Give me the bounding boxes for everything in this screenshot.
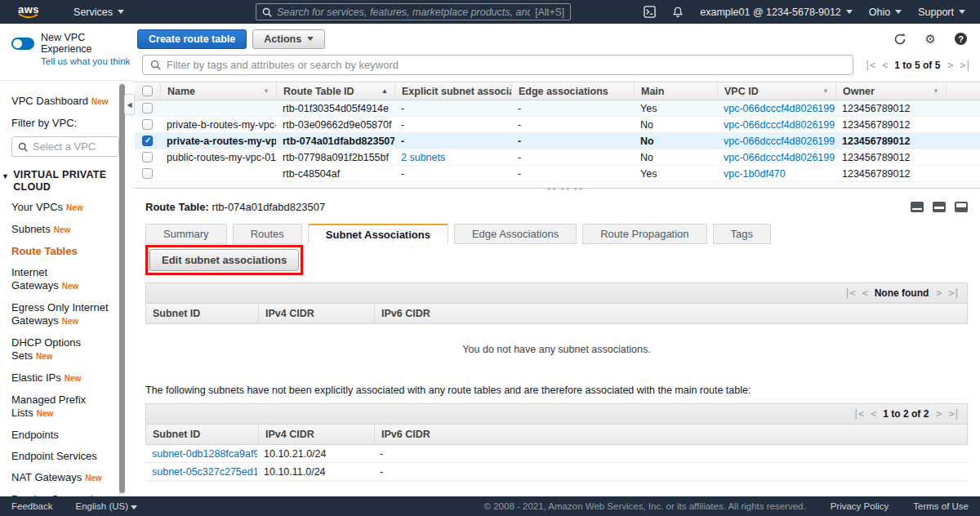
sidebar-collapse-button[interactable]: ◀ (124, 94, 135, 115)
terms-of-use-link[interactable]: Terms of Use (913, 501, 969, 511)
vpc-id-link[interactable]: vpc-066dcccf4d8026199 | ... (724, 119, 835, 131)
row-checkbox[interactable] (142, 119, 153, 130)
next-page-button[interactable]: > (936, 287, 941, 299)
sidebar-section-virtual-private-cloud[interactable]: ▼VIRTUAL PRIVATE CLOUD (11, 162, 114, 197)
first-page-button[interactable]: |< (844, 287, 854, 299)
cell-explicit-subnet-associations: - (394, 103, 511, 114)
sidebar-item-egress-only-internet-gateways[interactable]: Egress Only Internet GatewaysNew (11, 297, 114, 332)
language-selector[interactable]: English (US) (76, 501, 138, 511)
services-menu[interactable]: Services (74, 7, 124, 18)
subnet-row[interactable]: subnet-05c327c275ed1ca...10.10.11.0/24- (145, 463, 968, 481)
sidebar-item-your-vpcs[interactable]: Your VPCsNew (11, 197, 114, 219)
sidebar-item-endpoint-services[interactable]: Endpoint Services (11, 446, 114, 467)
sidebar-item-managed-prefix-lists[interactable]: Managed Prefix ListsNew (11, 389, 114, 425)
tab-route-propagation[interactable]: Route Propagation (582, 224, 706, 244)
table-row[interactable]: rtb-01f30354d05f4914e--Yesvpc-066dcccf4d… (135, 100, 980, 117)
column-header-vpc-id[interactable]: VPC ID▼ (717, 82, 835, 100)
pagination-label: 1 to 5 of 5 (894, 60, 940, 71)
column-header-name[interactable]: Name▼ (160, 82, 276, 100)
last-page-button[interactable]: >| (949, 408, 959, 420)
top-navigation-bar: aws Services Search for services, featur… (0, 0, 980, 24)
pane-resize-handle[interactable]: ●● ●● ●● (547, 185, 584, 191)
subnet-id-link[interactable]: subnet-05c327c275ed1ca... (152, 466, 257, 478)
column-header-owner[interactable]: Owner▼ (835, 82, 946, 100)
layout-split-pane-icon[interactable] (933, 202, 946, 212)
vpc-id-link[interactable]: vpc-066dcccf4d8026199 | ... (724, 152, 835, 163)
first-page-button[interactable]: |< (865, 60, 875, 71)
sidebar-item-label: Your VPCs (11, 201, 63, 213)
sidebar-item-label: Egress Only Internet Gateways (11, 301, 109, 327)
global-search-input[interactable]: Search for services, features, marketpla… (256, 3, 571, 20)
sidebar-scrollbar[interactable] (119, 82, 125, 496)
aws-logo[interactable]: aws (18, 5, 39, 20)
sidebar-item-subnets[interactable]: SubnetsNew (11, 219, 114, 241)
vpc-select-input[interactable]: Select a VPC (11, 136, 119, 157)
actions-button[interactable]: Actions (252, 29, 325, 49)
tab-routes[interactable]: Routes (233, 224, 302, 244)
create-route-table-button[interactable]: Create route table (137, 29, 247, 49)
scrollbar-thumb[interactable] (119, 84, 125, 493)
subnet-associations-table: |< < None found > >| Subnet IDIPv4 CIDRI… (145, 282, 968, 363)
row-checkbox[interactable] (142, 168, 153, 179)
vpc-id-link[interactable]: vpc-1b0df470 (724, 168, 786, 180)
prev-page-button[interactable]: < (862, 287, 866, 299)
layout-bottom-pane-icon[interactable] (911, 202, 924, 212)
layout-full-pane-icon[interactable] (955, 202, 968, 212)
column-header-explicit-subnet-associations[interactable]: Explicit subnet associations (394, 82, 511, 100)
column-header-route-table-id[interactable]: Route Table ID▲ (276, 82, 394, 100)
vpc-id-link[interactable]: vpc-066dcccf4d8026199 | ... (724, 136, 835, 147)
sidebar-item-vpc-dashboard[interactable]: VPC DashboardNew (11, 91, 114, 113)
notifications-bell-icon[interactable] (672, 6, 684, 18)
last-page-button[interactable]: >| (960, 60, 970, 71)
region-menu[interactable]: Ohio (869, 7, 902, 18)
cell-vpc-id: vpc-066dcccf4d8026199 | ... (717, 119, 835, 131)
sidebar-item-nat-gateways[interactable]: NAT GatewaysNew (11, 467, 114, 489)
content-pane: Create route table Actions ⚙ ? Filter by… (135, 24, 980, 496)
table-row[interactable]: private-a-routes-my-vpc-01rtb-074a01dfab… (135, 133, 980, 149)
last-page-button[interactable]: >| (949, 287, 959, 299)
table-row[interactable]: public-routes-my-vpc-01rtb-07798a091f2b1… (135, 149, 980, 166)
table-row[interactable]: rtb-c48504af--Yesvpc-1b0df47012345678901… (135, 166, 980, 182)
sidebar-item-internet-gateways[interactable]: Internet GatewaysNew (11, 262, 114, 297)
subnet-id-link[interactable]: subnet-0db1288fca9af96a... (152, 448, 257, 460)
feedback-link[interactable]: Feedback (11, 501, 53, 511)
sidebar-item-label: Endpoints (11, 429, 59, 441)
vpc-id-link[interactable]: vpc-066dcccf4d8026199 | ... (724, 103, 835, 114)
column-header-main[interactable]: Main (634, 82, 717, 100)
row-checkbox[interactable] (142, 103, 153, 113)
new-vpc-experience-toggle[interactable] (11, 38, 34, 50)
refresh-icon[interactable] (893, 33, 906, 46)
privacy-policy-link[interactable]: Privacy Policy (831, 501, 889, 511)
filter-input[interactable]: Filter by tags and attributes or search … (142, 55, 853, 75)
sidebar-item-peering-connections[interactable]: Peering Connections (11, 489, 114, 496)
sidebar-item-endpoints[interactable]: Endpoints (11, 425, 114, 446)
tab-subnet-associations[interactable]: Subnet Associations (308, 224, 448, 244)
cell-ipv4-cidr: 10.10.11.0/24 (257, 466, 373, 478)
subnet-row[interactable]: subnet-0db1288fca9af96a...10.10.21.0/24- (145, 445, 968, 463)
select-all-checkbox[interactable] (142, 86, 153, 96)
account-menu[interactable]: example01 @ 1234-5678-9012 (700, 7, 853, 18)
cloudshell-icon[interactable] (644, 6, 656, 18)
prev-page-button[interactable]: < (871, 408, 875, 420)
support-menu[interactable]: Support (918, 7, 965, 18)
first-page-button[interactable]: |< (853, 408, 863, 420)
tab-summary[interactable]: Summary (145, 224, 227, 244)
tab-edge-associations[interactable]: Edge Associations (454, 224, 577, 244)
prev-page-button[interactable]: < (882, 60, 887, 71)
column-header-edge-associations[interactable]: Edge associations (511, 82, 634, 100)
row-checkbox[interactable] (142, 152, 153, 162)
sidebar-item-elastic-ips[interactable]: Elastic IPsNew (11, 367, 114, 389)
sidebar-item-route-tables[interactable]: Route Tables (11, 241, 114, 262)
table-row[interactable]: private-b-routes-my-vpc-01rtb-03e09662d9… (135, 117, 980, 133)
empty-state-message: You do not have any subnet associations. (145, 324, 968, 363)
row-checkbox[interactable] (142, 136, 153, 146)
subnets-link[interactable]: 2 subnets (401, 152, 445, 163)
sidebar-item-dhcp-options-sets[interactable]: DHCP Options SetsNew (11, 332, 114, 367)
help-icon[interactable]: ? (955, 33, 967, 45)
next-page-button[interactable]: > (936, 408, 941, 420)
next-page-button[interactable]: > (947, 60, 952, 71)
edit-subnet-associations-button[interactable]: Edit subnet associations (149, 249, 299, 271)
tell-us-link[interactable]: Tell us what you think (41, 56, 130, 66)
gear-icon[interactable]: ⚙ (925, 33, 936, 45)
tab-tags[interactable]: Tags (713, 224, 771, 244)
